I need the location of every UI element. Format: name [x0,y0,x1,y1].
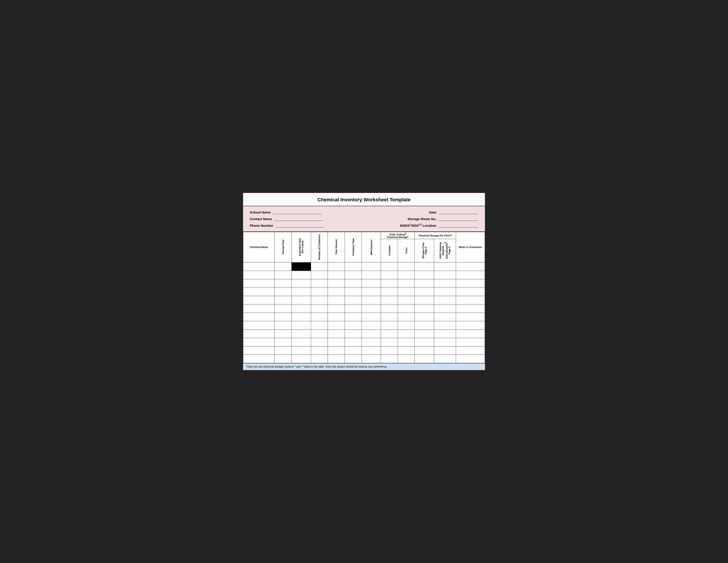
storage-room-label: Storage Room No. [407,217,436,221]
col-header-color-coding: Color Coding4Chemical Storage* [381,232,415,239]
header-section: School Name Date Contact Name Storage Ro… [243,206,485,232]
msds-label: MSDS1/SDS2,3 Location [400,223,437,227]
table-row [243,321,485,330]
table-row [243,271,485,279]
inventory-table-section: Chemical Name Receipt Date Expiration Da… [243,232,485,364]
footer-text: There are two chemical storage systems *… [246,365,387,368]
col-header-chemical-name: Chemical Name [243,232,275,262]
footer-bar: There are two chemical storage systems *… [243,363,485,370]
table-row [243,288,485,296]
inventory-table: Chemical Name Receipt Date Expiration Da… [243,232,485,364]
page: Chemical Inventory Worksheet Template Sc… [243,192,485,371]
col-header-storage-code: Storage CodePage 2 [415,239,434,262]
cell-num-containers[interactable] [311,262,328,271]
msds-field: MSDS1/SDS2,3 Location [400,223,478,227]
col-header-chemical-storage: Chemical Storage Per Flinn** [415,232,456,239]
school-name-label: School Name [250,210,271,214]
cell-container-type[interactable] [345,262,362,271]
col-header-notes: Notes or Comments [456,232,485,262]
cell-notes[interactable] [456,262,485,271]
table-row [243,313,485,321]
cell-receipt-date[interactable] [275,262,292,271]
cell-ghs[interactable] [434,262,456,271]
table-row [243,305,485,313]
phone-number-field: Phone Number [250,223,324,227]
school-name-input[interactable] [273,210,321,214]
col-header-location: Location [381,239,398,262]
phone-number-label: Phone Number [250,224,273,227]
table-row [243,279,485,288]
col-header-expiration-date: Expiration Date(Per Label) [291,232,311,262]
phone-number-input[interactable] [276,223,324,227]
header-row-1: Chemical Name Receipt Date Expiration Da… [243,232,485,239]
table-row [243,330,485,338]
table-row [243,347,485,355]
contact-name-input[interactable] [274,217,323,221]
col-header-num-containers: Number of Containers [311,232,328,262]
date-field: Date [429,210,478,214]
col-header-ghs: GHS ChemicalHazardsClassification5Page 3 [434,239,456,262]
col-header-manufacturer: Manufacturer [362,232,381,262]
table-row [243,262,485,271]
storage-room-field: Storage Room No. [407,217,478,221]
col-header-color: Color [398,239,415,262]
cell-location[interactable] [381,262,398,271]
col-header-total-amount: Total Amount [328,232,345,262]
contact-name-field: Contact Name [250,217,323,221]
cell-chemical-name[interactable] [243,262,275,271]
date-label: Date [429,210,436,214]
table-row [243,296,485,305]
msds-location-input[interactable] [439,223,478,227]
date-input[interactable] [439,210,478,214]
col-header-container-type: Container Type [345,232,362,262]
table-row [243,338,485,347]
contact-name-label: Contact Name [250,217,272,221]
cell-manufacturer[interactable] [362,262,381,271]
cell-expiration-date-black [291,262,311,271]
table-row [243,355,485,363]
cell-total-amount[interactable] [328,262,345,271]
storage-room-input[interactable] [439,217,478,221]
cell-storage-code[interactable] [415,262,434,271]
school-name-field: School Name [250,210,321,214]
cell-color[interactable] [398,262,415,271]
col-header-receipt-date: Receipt Date [275,232,292,262]
page-title: Chemical Inventory Worksheet Template [243,193,485,206]
